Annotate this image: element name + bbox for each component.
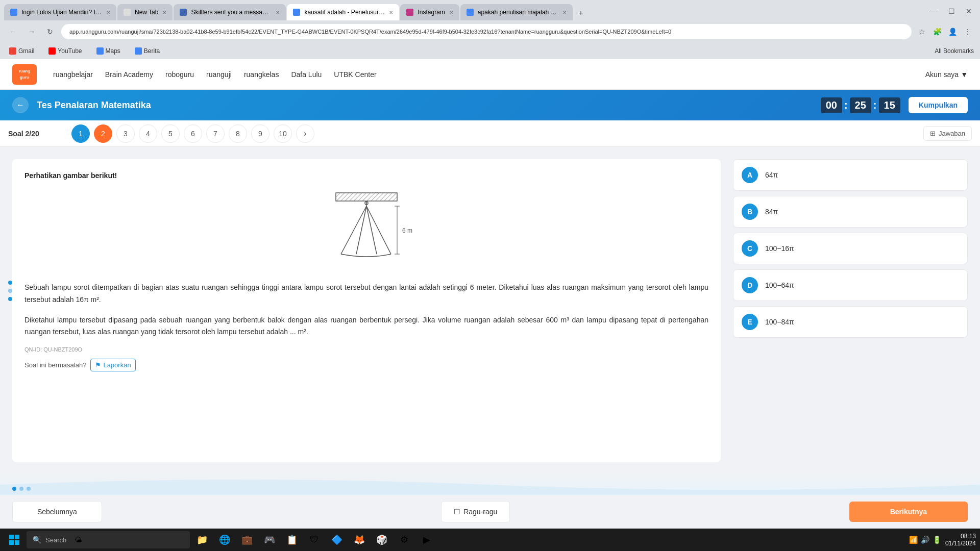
q-num-6[interactable]: 6 — [184, 124, 202, 143]
nav-utbk-center[interactable]: UTBK Center — [334, 70, 376, 79]
jawaban-button[interactable]: ⊞ Jawaban — [923, 126, 972, 141]
tab-5[interactable]: Instagram ✕ — [400, 4, 459, 20]
report-label: Laporkan — [103, 361, 131, 369]
taskbar-app1[interactable]: 🎮 — [259, 531, 280, 549]
maximize-button[interactable]: ☐ — [944, 4, 959, 18]
bookmarks-bar: Gmail YouTube Maps Berita All Bookmarks — [0, 43, 980, 59]
checkbox-icon: ☐ — [454, 508, 460, 516]
new-tab-button[interactable]: + — [574, 6, 588, 20]
question-text-1: Sebuah lampu sorot ditempatkan di bagian… — [24, 282, 708, 306]
logo-icon: ruang guru — [12, 64, 37, 85]
menu-icon[interactable]: ⋮ — [962, 26, 974, 38]
maps-label: Maps — [106, 47, 120, 55]
close-window-button[interactable]: ✕ — [962, 4, 976, 18]
bookmark-youtube[interactable]: YouTube — [45, 46, 85, 56]
doubt-button[interactable]: ☐ Ragu-ragu — [441, 501, 510, 522]
q-num-7[interactable]: 7 — [206, 124, 225, 143]
nav-ruanguji[interactable]: ruanguji — [206, 70, 232, 79]
all-bookmarks[interactable]: All Bookmarks — [935, 47, 974, 55]
svg-line-10 — [366, 206, 377, 254]
answer-option-c[interactable]: C 100−16π — [733, 233, 968, 264]
dot-3 — [8, 297, 12, 301]
tab-4[interactable]: kausatif adalah - Penelusuran G... ✕ — [287, 4, 399, 20]
bottom-dots — [12, 487, 31, 491]
tab-1[interactable]: Ingin Lolos Ujian Mandiri? Ikuti... ✕ — [4, 4, 116, 20]
bookmark-maps[interactable]: Maps — [93, 46, 124, 56]
option-text-e: 100−84π — [765, 318, 794, 326]
address-input[interactable] — [61, 24, 912, 39]
nav-ruangbelajar[interactable]: ruangbelajar — [53, 70, 93, 79]
tab-3[interactable]: Skillters sent you a message on... ✕ — [174, 4, 286, 20]
start-button[interactable] — [4, 531, 24, 549]
tab-close-5[interactable]: ✕ — [449, 10, 453, 15]
akun-saya-button[interactable]: Akun saya ▼ — [925, 70, 968, 79]
taskbar-search[interactable]: 🔍 Search 🌤 — [27, 531, 190, 548]
nav-brain-academy[interactable]: Brain Academy — [105, 70, 153, 79]
option-badge-e: E — [742, 314, 758, 330]
q-num-9[interactable]: 9 — [251, 124, 270, 143]
star-icon[interactable]: ☆ — [916, 26, 928, 38]
submit-button[interactable]: Kumpulkan — [909, 97, 968, 113]
taskbar-app3[interactable]: 🛡 — [304, 531, 325, 549]
profile-icon[interactable]: 👤 — [946, 26, 959, 38]
q-num-8[interactable]: 8 — [229, 124, 247, 143]
back-button[interactable]: ← — [12, 97, 29, 113]
taskbar-app7[interactable]: ⚙ — [394, 531, 414, 549]
answer-option-d[interactable]: D 100−64π — [733, 269, 968, 301]
taskbar-teams[interactable]: 💼 — [237, 531, 257, 549]
header-right: Akun saya ▼ — [925, 70, 968, 79]
tab-close-1[interactable]: ✕ — [106, 10, 110, 15]
svg-line-9 — [356, 206, 366, 254]
answer-option-a[interactable]: A 64π — [733, 159, 968, 191]
next-button[interactable]: Berikutnya — [849, 502, 968, 522]
taskbar-file-explorer[interactable]: 📁 — [192, 531, 212, 549]
option-text-b: 84π — [765, 208, 778, 216]
taskbar-app6[interactable]: 🎲 — [372, 531, 392, 549]
taskbar-chrome[interactable]: 🌐 — [214, 531, 235, 549]
tab-close-6[interactable]: ✕ — [562, 10, 567, 15]
minimize-button[interactable]: — — [927, 4, 941, 18]
logo[interactable]: ruang guru — [12, 64, 37, 85]
tab-close-3[interactable]: ✕ — [276, 10, 280, 15]
q-num-1[interactable]: 1 — [71, 124, 90, 143]
q-num-4[interactable]: 4 — [139, 124, 157, 143]
answer-option-b[interactable]: B 84π — [733, 196, 968, 228]
svg-rect-5 — [336, 193, 397, 201]
reload-button[interactable]: ↻ — [43, 24, 57, 39]
report-button[interactable]: ⚑ Laporkan — [90, 359, 135, 371]
nav-roboguru[interactable]: roboguru — [165, 70, 194, 79]
extension-icon[interactable]: 🧩 — [931, 26, 943, 38]
taskbar-datetime[interactable]: 08:13 01/11/2024 — [945, 533, 976, 547]
q-num-3[interactable]: 3 — [116, 124, 135, 143]
battery-icon[interactable]: 🔋 — [933, 536, 941, 544]
bookmark-berita[interactable]: Berita — [132, 46, 163, 56]
taskbar-terminal[interactable]: ▶ — [416, 531, 437, 549]
taskbar-app4[interactable]: 🔷 — [327, 531, 347, 549]
nav-dafa-lulu[interactable]: Dafa Lulu — [291, 70, 322, 79]
bookmark-gmail[interactable]: Gmail — [6, 46, 37, 56]
address-bar-row: ← → ↻ ☆ 🧩 👤 ⋮ — [0, 20, 980, 43]
previous-button[interactable]: Sebelumnya — [12, 501, 102, 522]
windows-icon — [8, 534, 20, 546]
tab-close-4[interactable]: ✕ — [389, 10, 393, 15]
wave-decoration — [0, 474, 980, 495]
tab-6[interactable]: apakah penulisan majalah bero... ✕ — [460, 4, 573, 20]
volume-icon[interactable]: 🔊 — [921, 536, 929, 544]
tab-favicon-1 — [10, 9, 17, 16]
back-button[interactable]: ← — [6, 24, 20, 39]
taskbar-app5[interactable]: 🦊 — [349, 531, 370, 549]
svg-line-8 — [341, 206, 366, 254]
nav-ruangkelas[interactable]: ruangkelas — [244, 70, 279, 79]
q-num-10[interactable]: 10 — [274, 124, 292, 143]
taskbar-app2[interactable]: 📋 — [282, 531, 302, 549]
forward-button[interactable]: → — [24, 24, 39, 39]
network-icon[interactable]: 📶 — [909, 536, 918, 544]
q-num-next[interactable]: › — [296, 124, 314, 143]
taskbar-system-icons: 📶 🔊 🔋 — [909, 536, 941, 544]
tab-close-2[interactable]: ✕ — [162, 10, 166, 15]
exam-header: ← Tes Penalaran Matematika 00 : 25 : 15 … — [0, 90, 980, 120]
q-num-2[interactable]: 2 — [94, 124, 112, 143]
q-num-5[interactable]: 5 — [161, 124, 180, 143]
tab-2[interactable]: New Tab ✕ — [117, 4, 173, 20]
answer-option-e[interactable]: E 100−84π — [733, 306, 968, 338]
